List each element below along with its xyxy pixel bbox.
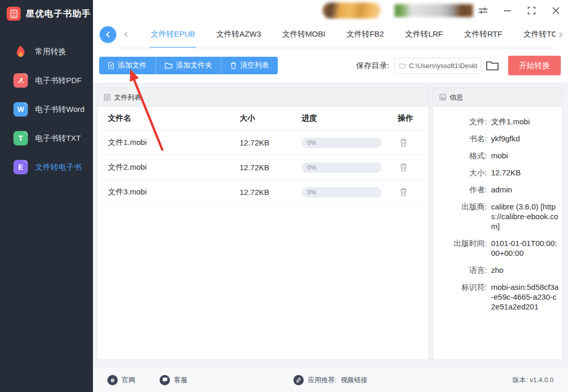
sidebar-item-label: 电子书转Word bbox=[35, 105, 85, 115]
app-recommend: 应用推荐: 视频链接 bbox=[293, 375, 368, 385]
sidebar-item-file-to-ebook[interactable]: E 文件转电子书 bbox=[0, 153, 93, 182]
progress-value: 0% bbox=[307, 139, 316, 146]
info-panel-title: 信息 bbox=[450, 93, 463, 102]
info-value: zho bbox=[491, 265, 559, 275]
start-convert-button[interactable]: 开始转换 bbox=[508, 56, 561, 75]
tab-file-to-azw3[interactable]: 文件转AZW3 bbox=[216, 21, 261, 47]
official-site-icon: e bbox=[107, 375, 118, 385]
browse-folder-button[interactable] bbox=[486, 61, 499, 71]
info-value: ykf9gfkd bbox=[491, 134, 559, 143]
txt-icon-glyph: T bbox=[19, 134, 23, 142]
info-label: 出版时间: bbox=[433, 238, 487, 258]
column-size: 大小 bbox=[240, 113, 302, 123]
ebook-icon-glyph: E bbox=[18, 163, 23, 171]
link-icon bbox=[293, 375, 304, 385]
close-button[interactable] bbox=[550, 4, 561, 17]
file-list-panel-title: 文件列表 bbox=[114, 93, 141, 102]
titlebar bbox=[93, 0, 568, 21]
sidebar: 星优电子书助手 常用转换 电子书转PDF W 电子书转Word T bbox=[0, 0, 93, 392]
censored-badge-2 bbox=[395, 4, 473, 17]
app-title: 星优电子书助手 bbox=[26, 8, 91, 20]
tab-scroll-left-icon[interactable] bbox=[122, 26, 130, 42]
info-field: 出版时间:0101-01-01T00:00:00+00:00 bbox=[433, 238, 562, 258]
progress-bar: 0% bbox=[302, 138, 382, 148]
list-icon bbox=[104, 94, 111, 101]
tab-file-to-rtf[interactable]: 文件转RTF bbox=[464, 21, 502, 47]
back-button[interactable] bbox=[100, 26, 116, 43]
table-row: 文件3.mobi 12.72KB 0% bbox=[98, 180, 429, 205]
info-field: 大小:12.72KB bbox=[433, 168, 562, 177]
video-link[interactable]: 视频链接 bbox=[341, 375, 368, 385]
info-label: 格式: bbox=[433, 151, 487, 160]
info-panel-header: 信息 bbox=[433, 88, 562, 107]
file-size: 12.72KB bbox=[240, 138, 302, 147]
delete-file-button[interactable] bbox=[398, 137, 409, 148]
footer: e 官网 客服 应用推荐: 视频链接 版本: v1.4.0.0 bbox=[93, 367, 568, 392]
tab-file-to-lrf[interactable]: 文件转LRF bbox=[405, 21, 443, 47]
pdf-file-icon bbox=[13, 73, 28, 88]
word-icon-glyph: W bbox=[17, 105, 24, 113]
info-value: 0101-01-01T00:00:00+00:00 bbox=[491, 238, 559, 258]
file-name: 文件1.mobi bbox=[98, 138, 240, 148]
column-filename: 文件名 bbox=[98, 113, 240, 123]
save-dir-input-wrap bbox=[395, 58, 481, 74]
chevron-left-icon bbox=[106, 31, 112, 37]
save-dir-input[interactable] bbox=[395, 58, 481, 74]
column-action: 操作 bbox=[396, 113, 429, 123]
info-label: 标识符: bbox=[433, 282, 487, 312]
add-folder-label: 添加文件夹 bbox=[176, 61, 212, 70]
app-recommend-label: 应用推荐: bbox=[308, 375, 337, 385]
tab-file-to-fb2[interactable]: 文件转FB2 bbox=[346, 21, 384, 47]
table-header: 文件名 大小 进度 操作 bbox=[98, 107, 429, 130]
info-field: 文件:文件1.mobi bbox=[433, 117, 562, 126]
tab-file-to-tcr[interactable]: 文件转TCR bbox=[524, 21, 556, 47]
toolbar: 添加文件 添加文件夹 清空列表 保存目录: 开始转换 bbox=[93, 48, 568, 83]
folder-icon-small bbox=[399, 63, 406, 69]
file-list-panel-header: 文件列表 bbox=[98, 88, 429, 107]
table-row: 文件1.mobi 12.72KB 0% bbox=[98, 130, 429, 155]
delete-file-button[interactable] bbox=[398, 161, 409, 173]
file-size: 12.72KB bbox=[240, 188, 302, 197]
add-file-label: 添加文件 bbox=[118, 61, 147, 70]
sidebar-item-ebook-to-pdf[interactable]: 电子书转PDF bbox=[0, 66, 93, 95]
info-value: calibre (3.6.0) [https://calibre-ebook.c… bbox=[491, 202, 559, 231]
sidebar-item-label: 常用转换 bbox=[35, 47, 66, 57]
info-label: 出版商: bbox=[433, 202, 487, 231]
tab-file-to-mobi[interactable]: 文件转MOBI bbox=[282, 21, 325, 47]
file-list-panel: 文件列表 文件名 大小 进度 操作 文件1.mobi 12.72KB 0% 文 bbox=[97, 88, 429, 360]
app-logo-icon bbox=[7, 7, 21, 21]
info-field: 标识符:mobi-asin:5d58cf3a-e59c-4665-a230-c2… bbox=[433, 282, 562, 312]
content-area: 文件列表 文件名 大小 进度 操作 文件1.mobi 12.72KB 0% 文 bbox=[93, 83, 568, 367]
add-folder-button[interactable]: 添加文件夹 bbox=[155, 57, 221, 74]
delete-file-button[interactable] bbox=[398, 186, 409, 198]
ebook-file-icon: E bbox=[13, 160, 28, 174]
info-field: 语言:zho bbox=[433, 265, 562, 275]
info-field: 出版商:calibre (3.6.0) [https://calibre-ebo… bbox=[433, 202, 562, 231]
sidebar-item-label: 电子书转TXT bbox=[35, 134, 81, 143]
word-file-icon: W bbox=[13, 102, 28, 117]
maximize-button[interactable] bbox=[526, 4, 537, 17]
official-site-link[interactable]: e 官网 bbox=[107, 375, 135, 385]
info-panel: 信息 文件:文件1.mobi 书名:ykf9gfkd 格式:mobi 大小:12… bbox=[433, 88, 563, 360]
support-link[interactable]: 客服 bbox=[160, 375, 187, 385]
sidebar-item-ebook-to-word[interactable]: W 电子书转Word bbox=[0, 95, 93, 124]
toolbar-button-group: 添加文件 添加文件夹 清空列表 bbox=[99, 57, 278, 74]
sidebar-item-common-convert[interactable]: 常用转换 bbox=[0, 37, 93, 66]
censored-badge-1 bbox=[323, 3, 381, 19]
trash-icon bbox=[400, 163, 407, 172]
info-value: 文件1.mobi bbox=[491, 117, 559, 126]
flame-icon bbox=[13, 44, 28, 59]
sidebar-item-ebook-to-txt[interactable]: T 电子书转TXT bbox=[0, 124, 93, 153]
tab-scroll-right-icon[interactable] bbox=[557, 27, 565, 42]
version-label: 版本: v1.4.0.0 bbox=[513, 375, 554, 385]
tab-file-to-epub[interactable]: 文件转EPUB bbox=[151, 21, 195, 47]
progress-value: 0% bbox=[307, 164, 316, 171]
info-field: 格式:mobi bbox=[433, 151, 562, 160]
clear-list-button[interactable]: 清空列表 bbox=[221, 57, 278, 74]
minimize-button[interactable] bbox=[502, 4, 512, 17]
settings-sliders-icon[interactable] bbox=[478, 4, 488, 17]
clear-list-label: 清空列表 bbox=[240, 61, 269, 70]
tabbar: 文件转EPUB 文件转AZW3 文件转MOBI 文件转FB2 文件转LRF 文件… bbox=[93, 21, 568, 48]
info-value: mobi-asin:5d58cf3a-e59c-4665-a230-c2e51a… bbox=[491, 282, 559, 312]
add-file-button[interactable]: 添加文件 bbox=[99, 57, 155, 74]
